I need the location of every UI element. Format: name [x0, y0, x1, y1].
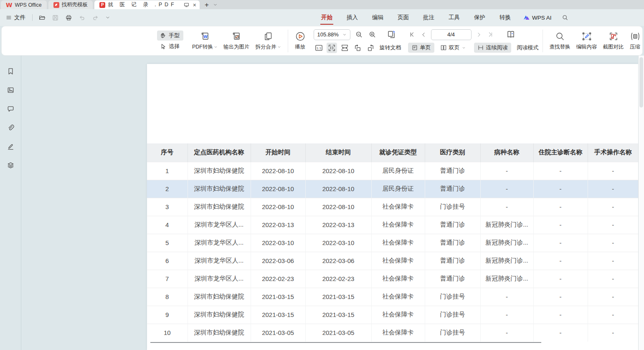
wps-ai-icon	[523, 15, 530, 20]
next-page-icon[interactable]	[475, 31, 483, 38]
table-cell: 社会保障卡	[371, 288, 425, 306]
fit-width-icon[interactable]	[340, 43, 350, 53]
table-cell: -	[480, 306, 533, 324]
table-row: 1深圳市妇幼保健院2022-08-102022-08-10居民身份证普通门诊--…	[147, 162, 638, 180]
ribbon-tab-protect[interactable]: 保护	[473, 12, 486, 23]
hand-tool-button[interactable]: 手型	[157, 31, 183, 41]
table-cell: 社会保障卡	[371, 306, 425, 324]
page-number-input[interactable]: 4/4	[431, 29, 472, 40]
print-icon[interactable]	[64, 13, 73, 22]
edit-content-label: 编辑内容	[576, 43, 597, 51]
table-row: 5深圳市龙华区人...2022-03-102022-03-10社会保障卡普通门诊…	[147, 234, 638, 252]
ribbon-tab-convert[interactable]: 转换	[499, 12, 512, 23]
table-cell: -	[480, 288, 533, 306]
export-image-button[interactable]: 输出为图片	[221, 30, 253, 51]
close-icon[interactable]: ×	[193, 2, 196, 8]
single-page-label: 单页	[420, 44, 431, 51]
tab-docer-templates[interactable]: 找稻壳模板	[48, 0, 93, 9]
read-book-icon[interactable]	[505, 29, 517, 41]
new-tab-icon[interactable]: +	[205, 1, 209, 8]
prev-page-icon[interactable]	[420, 31, 427, 38]
search-icon[interactable]	[562, 14, 568, 21]
table-row: 3深圳市妇幼保健院2022-08-102022-08-10社会保障卡门诊挂号--…	[147, 198, 638, 216]
monitor-icon[interactable]	[183, 2, 190, 8]
table-row: 8深圳市妇幼保健院2021-03-152021-03-15社会保障卡门诊挂号--…	[147, 288, 638, 306]
table-row: 6深圳市龙华区人...2022-03-062022-03-06社会保障卡普通门诊…	[147, 252, 638, 270]
zoom-level-select[interactable]: 105.88%	[314, 29, 350, 40]
wps-ai-button[interactable]: WPS AI	[523, 15, 552, 21]
file-menu-button[interactable]: 文件	[0, 14, 30, 21]
ribbon-tab-home[interactable]: 开始	[320, 12, 333, 23]
fit-page-icon[interactable]	[327, 43, 337, 53]
ribbon-tab-comment[interactable]: 批注	[422, 12, 435, 23]
first-page-icon[interactable]	[408, 31, 416, 38]
table-cell: -	[588, 252, 638, 270]
thumbnails-icon[interactable]	[6, 85, 15, 95]
split-merge-label: 拆分合并	[256, 43, 276, 51]
table-cell: -	[533, 162, 588, 180]
vertical-scrollbar[interactable]	[638, 56, 644, 350]
layers-icon[interactable]	[6, 161, 15, 170]
last-page-icon[interactable]	[487, 31, 494, 38]
bookmark-icon[interactable]	[6, 66, 15, 76]
zoom-out-icon[interactable]	[354, 30, 364, 39]
ribbon-tab-page[interactable]: 页面	[397, 12, 410, 23]
single-page-button[interactable]: 单页	[408, 43, 434, 53]
ribbon-tab-tools[interactable]: 工具	[448, 12, 461, 23]
edit-content-button[interactable]: 编辑内容	[573, 30, 600, 51]
table-header-cell: 住院主诊断名称	[533, 143, 588, 162]
table-cell: -	[480, 324, 533, 342]
compress-button[interactable]: 压缩	[627, 30, 644, 51]
rotate-doc-label[interactable]: 旋转文档	[380, 44, 401, 51]
table-cell: 2022-08-10	[305, 198, 371, 216]
table-cell: -	[588, 324, 638, 342]
read-mode-label[interactable]: 阅读模式	[517, 44, 539, 51]
table-cell: 6	[147, 252, 188, 270]
one-to-one-icon[interactable]: 1:1	[314, 43, 324, 53]
table-cell: 1	[147, 162, 188, 180]
pdf-file-icon: P	[99, 2, 105, 8]
redo-icon[interactable]	[91, 13, 100, 22]
undo-icon[interactable]	[78, 13, 86, 22]
table-cell: 2022-03-06	[305, 252, 371, 270]
find-replace-button[interactable]: 查找替换	[547, 30, 573, 51]
scrollbar-thumb[interactable]	[639, 57, 643, 107]
table-cell: 深圳市妇幼保健院	[188, 288, 251, 306]
quickbar-chevron-icon[interactable]	[104, 14, 111, 21]
rotate-left-icon[interactable]	[352, 43, 363, 53]
ribbon-tab-insert[interactable]: 插入	[346, 12, 359, 23]
table-cell: -	[480, 180, 533, 198]
ribbon-tab-edit[interactable]: 编辑	[371, 12, 384, 23]
rotate-pages-icon[interactable]	[386, 29, 398, 41]
table-cell: 5	[147, 234, 188, 252]
export-image-icon	[231, 31, 242, 42]
screenshot-compare-button[interactable]: 截图对比	[600, 30, 627, 51]
attachment-icon[interactable]	[6, 123, 15, 133]
play-button[interactable]: 播放	[292, 30, 309, 51]
tab-document-pdf[interactable]: P 就 医 记 录 .PDF ×	[94, 0, 200, 9]
comment-icon[interactable]	[6, 104, 15, 114]
select-tool-button[interactable]: 选择	[157, 41, 183, 51]
table-cell: 新冠肺炎门诊...	[480, 234, 533, 252]
hand-icon	[160, 32, 167, 39]
pdf-convert-button[interactable]: W PDF转换	[189, 30, 221, 51]
table-header-cell: 结束时间	[305, 143, 371, 162]
table-cell: -	[588, 270, 638, 288]
continuous-read-button[interactable]: 连续阅读	[474, 43, 511, 53]
signature-icon[interactable]	[6, 142, 15, 151]
tab-wps-office[interactable]: W WPS Office	[1, 0, 47, 9]
double-page-button[interactable]: 双页	[437, 43, 469, 53]
split-merge-button[interactable]: 拆分合并	[253, 30, 284, 51]
table-cell: 2022-03-10	[305, 234, 371, 252]
rotate-right-icon[interactable]	[365, 43, 376, 53]
save-icon[interactable]	[51, 13, 60, 22]
export-image-label: 输出为图片	[223, 43, 250, 51]
pdf-page[interactable]: 序号定点医药机构名称开始时间结束时间就诊凭证类型医疗类别病种名称住院主诊断名称手…	[147, 64, 638, 350]
zoom-in-icon[interactable]	[368, 30, 377, 39]
page-indicator: 4/4	[447, 31, 455, 38]
open-folder-icon[interactable]	[38, 13, 46, 22]
tab-list-chevron-icon[interactable]	[213, 3, 218, 7]
table-cell: -	[533, 252, 588, 270]
table-header-cell: 病种名称	[480, 143, 533, 162]
table-row: 10深圳市妇幼保健院2021-03-052021-03-05社会保障卡门诊挂号-…	[147, 324, 638, 342]
